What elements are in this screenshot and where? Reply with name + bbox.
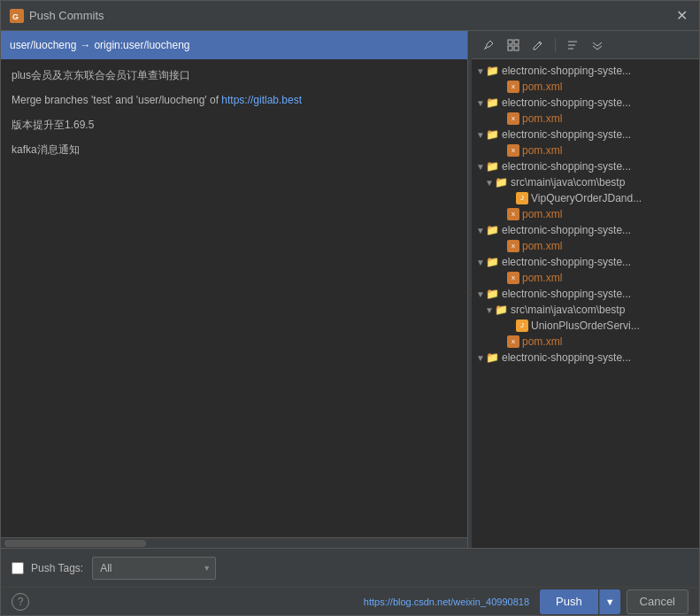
edit-button[interactable] bbox=[528, 35, 548, 55]
tree-item-label: electronic-shopping-syste... bbox=[502, 160, 631, 173]
folder-icon: 📁 bbox=[495, 176, 508, 189]
tree-item[interactable]: x pom.xml bbox=[472, 206, 699, 222]
xml-file-icon: x bbox=[507, 335, 519, 348]
tree-item-label: src\main\java\com\bestp bbox=[511, 176, 625, 189]
commit-item: plus会员及京东联合会员订单查询接口 bbox=[1, 63, 467, 88]
tree-item[interactable]: x pom.xml bbox=[472, 79, 699, 95]
cancel-button[interactable]: Cancel bbox=[627, 589, 688, 614]
file-tree: ▼ 📁 electronic-shopping-syste... x pom.x… bbox=[472, 59, 699, 548]
tree-item[interactable]: J UnionPlusOrderServi... bbox=[472, 318, 699, 334]
arrow: → bbox=[80, 39, 90, 51]
tree-item-label: src\main\java\com\bestp bbox=[511, 304, 625, 316]
tree-item-label: pom.xml bbox=[522, 112, 562, 125]
commit-link[interactable]: https://gitlab.best bbox=[221, 94, 302, 106]
status-bar: ? https://blog.csdn.net/weixin_40990818 … bbox=[1, 587, 699, 615]
tree-item[interactable]: ▼ 📁 src\main\java\com\bestp bbox=[472, 174, 699, 190]
tree-item[interactable]: ▼ 📁 electronic-shopping-syste... bbox=[472, 222, 699, 238]
tree-item[interactable]: ▼ 📁 src\main\java\com\bestp bbox=[472, 302, 699, 318]
tree-item[interactable]: x pom.xml bbox=[472, 334, 699, 350]
close-button[interactable]: ✕ bbox=[673, 7, 690, 24]
xml-file-icon: x bbox=[507, 240, 519, 252]
pin-button[interactable] bbox=[479, 35, 498, 55]
push-tags-label: Push Tags: bbox=[31, 562, 83, 574]
file-tree-toolbar bbox=[472, 31, 699, 59]
folder-icon: 📁 bbox=[486, 96, 499, 109]
action-buttons-container: Push ▼ Cancel bbox=[540, 589, 688, 614]
tree-item-label: electronic-shopping-syste... bbox=[502, 128, 631, 141]
push-commits-dialog: G Push Commits ✕ user/luocheng → origin … bbox=[0, 0, 700, 616]
folder-icon: 📁 bbox=[486, 128, 499, 141]
chevron-down-icon: ▼ bbox=[475, 162, 486, 172]
status-url[interactable]: https://blog.csdn.net/weixin_40990818 bbox=[364, 597, 529, 607]
folder-icon: 📁 bbox=[486, 160, 499, 173]
tree-item-label: pom.xml bbox=[522, 81, 562, 93]
folder-icon: 📁 bbox=[495, 304, 508, 316]
tree-item[interactable]: J VipQueryOrderJDand... bbox=[472, 190, 699, 206]
push-button[interactable]: Push bbox=[540, 589, 598, 614]
folder-icon: 📁 bbox=[486, 224, 499, 236]
grid-button[interactable] bbox=[504, 35, 523, 55]
chevron-down-icon: ▼ bbox=[475, 130, 486, 140]
title-bar: G Push Commits ✕ bbox=[1, 1, 699, 31]
tree-item[interactable]: x pom.xml bbox=[472, 270, 699, 286]
folder-icon: 📁 bbox=[486, 256, 499, 268]
tree-item[interactable]: ▼ 📁 electronic-shopping-syste... bbox=[472, 127, 699, 142]
dialog-title: Push Commits bbox=[29, 9, 673, 22]
chevron-down-icon: ▼ bbox=[475, 353, 486, 363]
chevron-down-icon: ▼ bbox=[475, 226, 486, 235]
commit-item: kafka消息通知 bbox=[1, 137, 467, 162]
java-file-icon: J bbox=[516, 320, 528, 332]
tree-item-label: pom.xml bbox=[522, 272, 562, 284]
tree-item-label: VipQueryOrderJDand... bbox=[531, 192, 642, 204]
sort-button[interactable] bbox=[563, 35, 582, 55]
tree-item-label: electronic-shopping-syste... bbox=[502, 65, 631, 77]
remote-branch: user/luocheng bbox=[123, 39, 189, 51]
xml-file-icon: x bbox=[507, 208, 519, 220]
action-buttons: Push ▼ Cancel bbox=[540, 589, 688, 614]
chevron-down-icon: ▼ bbox=[475, 98, 486, 108]
bottom-bar: Push Tags: All None Annotated bbox=[1, 548, 699, 587]
commit-item: 版本提升至1.69.5 bbox=[1, 112, 467, 137]
tree-item[interactable]: ▼ 📁 electronic-shopping-syste... bbox=[472, 158, 699, 174]
horizontal-scrollbar-area bbox=[1, 537, 467, 548]
folder-icon: 📁 bbox=[486, 288, 499, 300]
commit-item: Merge branches 'test' and 'user/luocheng… bbox=[1, 88, 467, 112]
xml-file-icon: x bbox=[507, 144, 519, 157]
tree-item-label: pom.xml bbox=[522, 208, 562, 220]
tags-select[interactable]: All None Annotated bbox=[92, 557, 216, 580]
chevron-down-icon: ▼ bbox=[484, 305, 495, 315]
push-tags-checkbox[interactable] bbox=[12, 562, 24, 574]
tree-item[interactable]: ▼ 📁 electronic-shopping-syste... bbox=[472, 63, 699, 79]
main-content: user/luocheng → origin : user/luocheng p… bbox=[1, 31, 699, 548]
tree-item[interactable]: ▼ 📁 electronic-shopping-syste... bbox=[472, 350, 699, 366]
xml-file-icon: x bbox=[507, 112, 519, 125]
tree-item[interactable]: x pom.xml bbox=[472, 111, 699, 127]
xml-file-icon: x bbox=[507, 272, 519, 284]
tree-item-label: electronic-shopping-syste... bbox=[502, 224, 631, 236]
horizontal-scrollbar[interactable] bbox=[4, 540, 146, 547]
branch-bar: user/luocheng → origin : user/luocheng bbox=[1, 31, 467, 59]
java-file-icon: J bbox=[516, 192, 528, 204]
tags-select-wrapper: All None Annotated bbox=[92, 557, 216, 580]
remote-link[interactable]: origin bbox=[94, 39, 119, 51]
tree-item[interactable]: ▼ 📁 electronic-shopping-syste... bbox=[472, 254, 699, 270]
app-icon: G bbox=[10, 9, 24, 23]
right-panel: ▼ 📁 electronic-shopping-syste... x pom.x… bbox=[472, 31, 699, 548]
group-button[interactable] bbox=[588, 35, 607, 55]
commits-list: plus会员及京东联合会员订单查询接口 Merge branches 'test… bbox=[1, 59, 467, 537]
tree-item-label: electronic-shopping-syste... bbox=[502, 351, 631, 364]
tree-item-label: pom.xml bbox=[522, 144, 562, 157]
tree-item[interactable]: ▼ 📁 electronic-shopping-syste... bbox=[472, 286, 699, 302]
push-dropdown-button[interactable]: ▼ bbox=[599, 589, 620, 614]
tree-item[interactable]: ▼ 📁 electronic-shopping-syste... bbox=[472, 95, 699, 111]
local-branch: user/luocheng bbox=[10, 39, 76, 51]
folder-icon: 📁 bbox=[486, 65, 499, 77]
chevron-down-icon: ▼ bbox=[475, 258, 486, 267]
chevron-down-icon: ▼ bbox=[475, 289, 486, 299]
tree-item-label: pom.xml bbox=[522, 240, 562, 252]
tree-item-label: pom.xml bbox=[522, 335, 562, 348]
help-button[interactable]: ? bbox=[12, 593, 29, 611]
tree-item[interactable]: x pom.xml bbox=[472, 142, 699, 158]
tree-item[interactable]: x pom.xml bbox=[472, 238, 699, 254]
toolbar-separator bbox=[555, 38, 556, 52]
